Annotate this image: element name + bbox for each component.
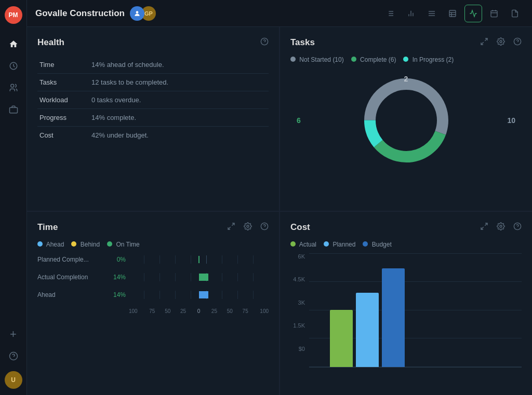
bar-fill-planned <box>198 256 200 263</box>
health-value-cost: 42% under budget. <box>89 127 269 144</box>
legend-actual: Actual <box>290 241 316 248</box>
view-toolbar <box>381 5 524 22</box>
legend-ahead: Ahead <box>37 241 64 248</box>
cost-bar-actual <box>330 310 353 367</box>
time-axis: 100 75 50 25 0 25 50 75 100 <box>129 308 269 314</box>
svg-point-30 <box>500 40 502 43</box>
sidebar-item-people[interactable] <box>4 78 23 98</box>
legend-budget: Budget <box>363 241 391 248</box>
bar-value-ahead: 14% <box>105 291 126 298</box>
health-help-icon[interactable] <box>258 35 271 48</box>
y-label-4500: 4.5K <box>290 276 305 282</box>
legend-behind: Behind <box>71 241 100 248</box>
title-text: Govalle Construction <box>35 8 125 19</box>
health-panel: Health Time 14% ahead of schedule. Tasks… <box>27 27 279 211</box>
health-value-progress: 14% complete. <box>89 109 269 127</box>
health-row-progress: Progress 14% complete. <box>37 109 269 127</box>
document-icon[interactable] <box>506 5 524 22</box>
bar-row-planned: Planned Comple... 0% <box>37 255 269 264</box>
legend-on-time: On Time <box>107 241 140 248</box>
cost-chart-container: $0 1.5K 3K 4.5K 6K <box>290 253 522 367</box>
svg-point-5 <box>136 11 139 13</box>
tasks-expand-icon[interactable] <box>478 35 490 48</box>
svg-line-39 <box>481 227 484 229</box>
bar-label-planned: Planned Comple... <box>37 256 105 263</box>
on-time-dot <box>107 241 112 247</box>
svg-line-33 <box>232 223 234 226</box>
sidebar-item-home[interactable] <box>4 34 23 54</box>
topbar: Govalle Construction GP <box>27 0 532 27</box>
health-value-workload: 0 tasks overdue. <box>89 91 269 109</box>
calendar-icon[interactable] <box>485 5 503 22</box>
svg-rect-22 <box>491 10 497 17</box>
tasks-panel: Tasks Not Started (10) <box>280 27 532 211</box>
bar-chart-icon[interactable] <box>402 5 420 22</box>
tasks-help-icon[interactable] <box>511 35 524 48</box>
not-started-dot <box>290 57 296 62</box>
cost-panel: Cost Actual Planned <box>280 212 532 396</box>
svg-rect-2 <box>9 107 17 113</box>
health-value-tasks: 12 tasks to be completed. <box>89 74 269 91</box>
time-settings-icon[interactable] <box>242 220 254 233</box>
add-button[interactable]: + <box>4 324 23 344</box>
cost-bar-budget <box>382 268 405 367</box>
health-label-time: Time <box>37 56 89 74</box>
bar-fill-actual <box>199 274 209 281</box>
grid-icon[interactable] <box>423 5 441 22</box>
sidebar-item-clock[interactable] <box>4 56 23 76</box>
cost-help-icon[interactable] <box>511 220 524 233</box>
donut-chart <box>354 69 458 172</box>
bar-value-actual: 14% <box>105 274 126 281</box>
cost-legend: Actual Planned Budget <box>290 241 522 248</box>
svg-point-1 <box>10 84 14 87</box>
y-label-1500: 1.5K <box>290 322 305 329</box>
time-bar-chart: Planned Comple... 0% <box>37 255 269 314</box>
health-panel-icons <box>258 35 271 48</box>
help-button[interactable] <box>4 346 23 366</box>
complete-dot <box>351 57 356 62</box>
planned-dot <box>324 241 329 247</box>
table-icon[interactable] <box>444 5 461 22</box>
health-row-workload: Workload 0 tasks overdue. <box>37 91 269 109</box>
dashboard: Health Time 14% ahead of schedule. Tasks… <box>27 27 532 395</box>
svg-line-34 <box>228 227 231 229</box>
time-panel-icons <box>225 220 271 233</box>
health-row-time: Time 14% ahead of schedule. <box>37 56 269 74</box>
tasks-settings-icon[interactable] <box>495 35 507 48</box>
sidebar: PM + U <box>0 0 27 395</box>
legend-planned: Planned <box>324 241 355 248</box>
svg-line-28 <box>485 38 487 41</box>
cost-chart-area <box>309 253 522 367</box>
avatar-1 <box>130 6 144 21</box>
svg-point-40 <box>500 225 502 227</box>
svg-line-29 <box>481 42 484 45</box>
cost-settings-icon[interactable] <box>495 220 507 233</box>
health-value-time: 14% ahead of schedule. <box>89 56 269 74</box>
sidebar-item-briefcase[interactable] <box>4 100 23 119</box>
cost-panel-icons <box>478 220 524 233</box>
time-help-icon[interactable] <box>258 220 271 233</box>
y-label-6000: 6K <box>290 253 305 260</box>
svg-point-35 <box>247 225 249 227</box>
ahead-dot <box>37 241 43 247</box>
bar-track-ahead <box>129 291 269 299</box>
activity-icon[interactable] <box>464 5 482 22</box>
page-title: Govalle Construction GP <box>35 6 375 21</box>
bar-track-planned <box>129 255 269 264</box>
health-title: Health <box>37 37 269 48</box>
cost-expand-icon[interactable] <box>478 220 490 233</box>
donut-chart-container: 2 6 10 <box>290 69 522 172</box>
svg-rect-18 <box>449 10 456 17</box>
health-label-tasks: Tasks <box>37 74 89 91</box>
list-view-icon[interactable] <box>381 5 399 22</box>
time-expand-icon[interactable] <box>225 220 237 233</box>
user-avatar[interactable]: U <box>5 371 22 389</box>
health-table: Time 14% ahead of schedule. Tasks 12 tas… <box>37 56 269 144</box>
app-logo[interactable]: PM <box>5 6 22 24</box>
donut-label-right: 10 <box>507 116 515 125</box>
bar-label-ahead: Ahead <box>37 291 105 298</box>
bar-row-actual: Actual Completion 14% <box>37 273 269 281</box>
legend-in-progress: In Progress (2) <box>403 56 454 63</box>
bar-value-planned: 0% <box>105 256 126 263</box>
y-label-3000: 3K <box>290 299 305 306</box>
